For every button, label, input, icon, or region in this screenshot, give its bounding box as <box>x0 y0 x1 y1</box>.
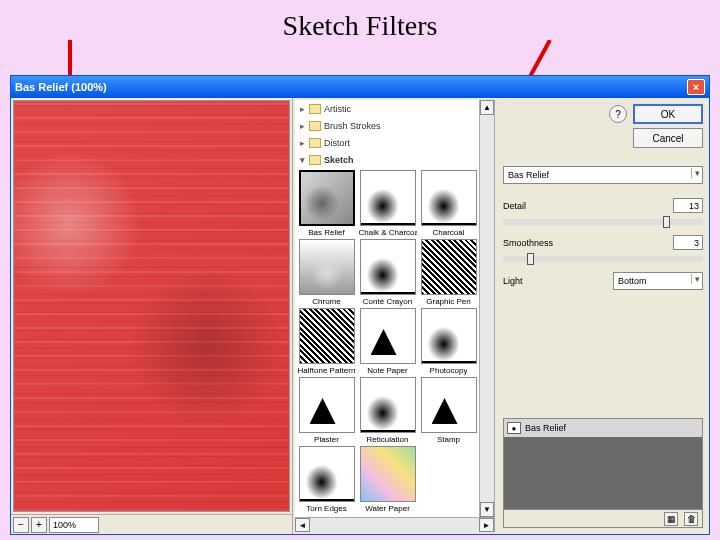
cancel-button[interactable]: Cancel <box>633 128 703 148</box>
thumb-bas-relief[interactable]: Bas Relief <box>297 170 356 237</box>
category-distort[interactable]: ▸Distort <box>295 134 494 151</box>
disclosure-triangle-icon: ▾ <box>298 155 306 165</box>
thumb-image <box>299 308 355 364</box>
thumb-image <box>421 308 477 364</box>
thumb-cont-crayon[interactable]: Conté Crayon <box>358 239 417 306</box>
settings-pane: ? OK Cancel Bas Relief Detail Smoothness… <box>497 98 709 534</box>
scroll-down-icon[interactable]: ▼ <box>480 502 494 517</box>
category-label: Sketch <box>324 155 354 165</box>
category-label: Artistic <box>324 104 351 114</box>
trash-icon[interactable]: 🗑 <box>684 512 698 526</box>
thumb-charcoal[interactable]: Charcoal <box>419 170 478 237</box>
thumb-label: Plaster <box>314 435 339 444</box>
zoom-bar: − + 100% <box>11 514 292 534</box>
thumb-image <box>421 239 477 295</box>
thumb-label: Note Paper <box>367 366 407 375</box>
ok-button[interactable]: OK <box>633 104 703 124</box>
thumb-image <box>421 377 477 433</box>
thumb-label: Photocopy <box>430 366 468 375</box>
effect-layers-panel: ● Bas Relief ▦ 🗑 <box>503 418 703 528</box>
zoom-in-button[interactable]: + <box>31 517 47 533</box>
folder-icon <box>309 104 321 114</box>
zoom-value[interactable]: 100% <box>49 517 99 533</box>
thumb-reticulation[interactable]: Reticulation <box>358 377 417 444</box>
folder-icon <box>309 138 321 148</box>
visibility-toggle-icon[interactable]: ● <box>507 422 521 434</box>
zoom-out-button[interactable]: − <box>13 517 29 533</box>
thumb-label: Stamp <box>437 435 460 444</box>
layer-row[interactable]: ● Bas Relief <box>504 419 702 437</box>
preview-image[interactable] <box>13 100 290 512</box>
thumb-label: Chalk & Charcoal <box>359 228 417 237</box>
disclosure-triangle-icon: ▸ <box>298 138 306 148</box>
thumb-image <box>299 239 355 295</box>
filter-select[interactable]: Bas Relief <box>503 166 703 184</box>
vertical-scrollbar[interactable]: ▲ ▼ <box>479 100 494 517</box>
detail-label: Detail <box>503 201 667 211</box>
thumb-chalk-charcoal[interactable]: Chalk & Charcoal <box>358 170 417 237</box>
light-select[interactable]: Bottom <box>613 272 703 290</box>
thumb-image <box>421 170 477 226</box>
new-layer-icon[interactable]: ▦ <box>664 512 678 526</box>
scroll-up-icon[interactable]: ▲ <box>480 100 494 115</box>
thumb-label: Torn Edges <box>306 504 346 513</box>
slide-title: Sketch Filters <box>283 10 438 42</box>
thumb-stamp[interactable]: Stamp <box>419 377 478 444</box>
thumb-label: Reticulation <box>367 435 409 444</box>
thumb-image <box>360 308 416 364</box>
preview-pane: − + 100% <box>11 98 293 534</box>
category-label: Distort <box>324 138 350 148</box>
thumb-image <box>360 446 416 502</box>
category-brush-strokes[interactable]: ▸Brush Strokes <box>295 117 494 134</box>
category-sketch[interactable]: ▾Sketch <box>295 151 494 168</box>
thumb-label: Graphic Pen <box>426 297 470 306</box>
thumb-graphic-pen[interactable]: Graphic Pen <box>419 239 478 306</box>
filter-dialog: Bas Relief (100%) × − + 100% ▸Artistic▸B… <box>10 75 710 535</box>
light-label: Light <box>503 276 607 286</box>
thumb-torn-edges[interactable]: Torn Edges <box>297 446 356 513</box>
thumb-label: Halftone Pattern <box>298 366 356 375</box>
filter-gallery: ▸Artistic▸Brush Strokes▸Distort▾Sketch B… <box>295 100 495 532</box>
thumb-note-paper[interactable]: Note Paper <box>358 308 417 375</box>
thumb-label: Bas Relief <box>308 228 344 237</box>
thumb-water-paper[interactable]: Water Paper <box>358 446 417 513</box>
detail-slider[interactable] <box>503 219 703 225</box>
scroll-right-icon[interactable]: ► <box>479 518 494 532</box>
thumb-label: Charcoal <box>432 228 464 237</box>
category-artistic[interactable]: ▸Artistic <box>295 100 494 117</box>
horizontal-scrollbar[interactable]: ◄ ► <box>295 517 494 532</box>
thumb-image <box>299 170 355 226</box>
thumb-image <box>299 377 355 433</box>
thumb-label: Chrome <box>312 297 340 306</box>
help-button[interactable]: ? <box>609 105 627 123</box>
thumbnail-grid: Bas ReliefChalk & CharcoalCharcoalChrome… <box>295 168 494 517</box>
thumb-image <box>360 239 416 295</box>
smoothness-label: Smoothness <box>503 238 667 248</box>
thumb-chrome[interactable]: Chrome <box>297 239 356 306</box>
thumb-plaster[interactable]: Plaster <box>297 377 356 444</box>
thumb-image <box>360 170 416 226</box>
disclosure-triangle-icon: ▸ <box>298 104 306 114</box>
folder-icon <box>309 155 321 165</box>
layer-name: Bas Relief <box>525 423 566 433</box>
close-button[interactable]: × <box>687 79 705 95</box>
thumb-label: Water Paper <box>365 504 410 513</box>
detail-input[interactable] <box>673 198 703 213</box>
thumb-image <box>299 446 355 502</box>
titlebar[interactable]: Bas Relief (100%) × <box>11 76 709 98</box>
folder-icon <box>309 121 321 131</box>
disclosure-triangle-icon: ▸ <box>298 121 306 131</box>
category-label: Brush Strokes <box>324 121 381 131</box>
thumb-halftone-pattern[interactable]: Halftone Pattern <box>297 308 356 375</box>
smoothness-input[interactable] <box>673 235 703 250</box>
thumb-photocopy[interactable]: Photocopy <box>419 308 478 375</box>
smoothness-slider[interactable] <box>503 256 703 262</box>
window-title: Bas Relief (100%) <box>15 81 107 93</box>
thumb-image <box>360 377 416 433</box>
scroll-left-icon[interactable]: ◄ <box>295 518 310 532</box>
thumb-label: Conté Crayon <box>363 297 412 306</box>
